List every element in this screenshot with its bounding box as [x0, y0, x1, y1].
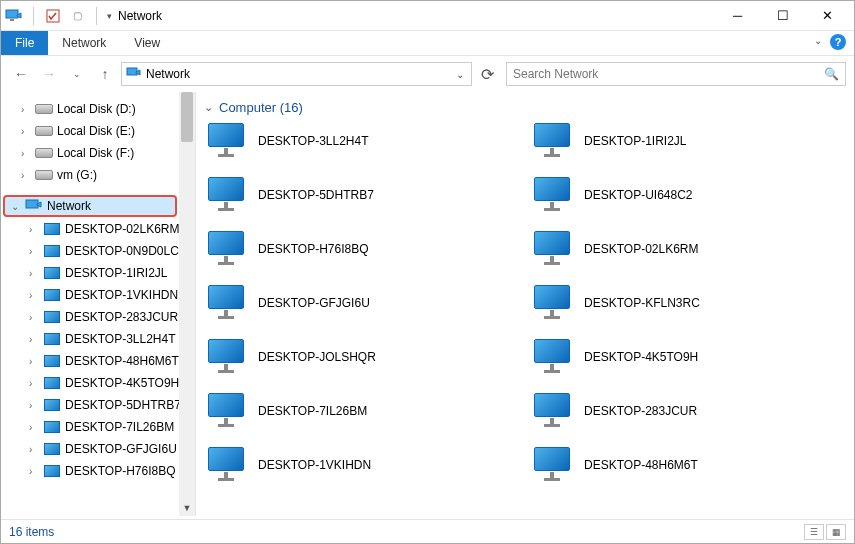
computer-icon	[530, 231, 574, 267]
status-count: 16 items	[9, 525, 54, 539]
icons-view-button[interactable]: ▦	[826, 524, 846, 540]
tree-network-root[interactable]: ⌄ Network	[3, 195, 177, 217]
close-button[interactable]: ✕	[805, 2, 850, 30]
back-button[interactable]: ←	[9, 62, 33, 86]
computer-item[interactable]: DESKTOP-JOLSHQR	[204, 339, 520, 375]
chevron-right-icon[interactable]: ›	[29, 334, 39, 345]
computer-item[interactable]: DESKTOP-02LK6RM	[530, 231, 846, 267]
computer-label: DESKTOP-UI648C2	[584, 188, 693, 202]
tree-computer-item[interactable]: ›DESKTOP-02LK6RM	[1, 218, 195, 240]
tree-computer-item[interactable]: ›DESKTOP-5DHTRB7	[1, 394, 195, 416]
computer-item[interactable]: DESKTOP-4K5TO9H	[530, 339, 846, 375]
tree-item-label: DESKTOP-GFJGI6U	[65, 442, 177, 456]
search-input[interactable]: Search Network 🔍	[506, 62, 846, 86]
tree-drive-item[interactable]: ›Local Disk (D:)	[1, 98, 195, 120]
group-header[interactable]: ⌄ Computer (16)	[204, 100, 846, 115]
tree-drive-item[interactable]: ›vm (G:)	[1, 164, 195, 186]
up-button[interactable]: ↑	[93, 62, 117, 86]
tree-scrollbar[interactable]: ▲ ▼	[179, 92, 195, 516]
tree-computer-item[interactable]: ›DESKTOP-48H6M6T	[1, 350, 195, 372]
computer-icon	[530, 123, 574, 159]
chevron-right-icon[interactable]: ›	[29, 224, 39, 235]
tree-computer-item[interactable]: ›DESKTOP-283JCUR	[1, 306, 195, 328]
folder-qat-icon[interactable]: ▢	[68, 7, 86, 25]
computer-item[interactable]: DESKTOP-1VKIHDN	[204, 447, 520, 483]
tree-item-label: Local Disk (D:)	[57, 102, 136, 116]
computer-item[interactable]: DESKTOP-UI648C2	[530, 177, 846, 213]
search-placeholder: Search Network	[513, 67, 598, 81]
chevron-down-icon[interactable]: ⌄	[11, 201, 21, 212]
network-tab[interactable]: Network	[48, 31, 120, 55]
chevron-right-icon[interactable]: ›	[29, 356, 39, 367]
forward-button[interactable]: →	[37, 62, 61, 86]
computer-item[interactable]: DESKTOP-KFLN3RC	[530, 285, 846, 321]
tree-drive-item[interactable]: ›Local Disk (E:)	[1, 120, 195, 142]
tree-computer-item[interactable]: ›DESKTOP-3LL2H4T	[1, 328, 195, 350]
computer-item[interactable]: DESKTOP-3LL2H4T	[204, 123, 520, 159]
network-icon	[25, 199, 43, 213]
tree-drive-item[interactable]: ›Local Disk (F:)	[1, 142, 195, 164]
chevron-right-icon[interactable]: ›	[21, 126, 31, 137]
tree-item-label: DESKTOP-3LL2H4T	[65, 332, 176, 346]
properties-qat-icon[interactable]	[44, 7, 62, 25]
chevron-right-icon[interactable]: ›	[29, 290, 39, 301]
computer-item[interactable]: DESKTOP-5DHTRB7	[204, 177, 520, 213]
tree-computer-item[interactable]: ›DESKTOP-4K5TO9H	[1, 372, 195, 394]
computer-item[interactable]: DESKTOP-H76I8BQ	[204, 231, 520, 267]
tree-computer-item[interactable]: ›DESKTOP-H76I8BQ	[1, 460, 195, 482]
computer-item[interactable]: DESKTOP-GFJGI6U	[204, 285, 520, 321]
tree-item-label: DESKTOP-1IRI2JL	[65, 266, 167, 280]
computer-item[interactable]: DESKTOP-1IRI2JL	[530, 123, 846, 159]
qat-dropdown-icon[interactable]: ▾	[107, 11, 112, 21]
scroll-thumb[interactable]	[181, 92, 193, 142]
computer-item[interactable]: DESKTOP-7IL26BM	[204, 393, 520, 429]
help-icon[interactable]: ?	[830, 34, 846, 50]
maximize-button[interactable]: ☐	[760, 2, 805, 30]
computer-label: DESKTOP-JOLSHQR	[258, 350, 376, 364]
address-dropdown-icon[interactable]: ⌄	[453, 69, 467, 80]
computer-item[interactable]: DESKTOP-48H6M6T	[530, 447, 846, 483]
tree-computer-item[interactable]: ›DESKTOP-1IRI2JL	[1, 262, 195, 284]
tree-computer-item[interactable]: ›DESKTOP-1VKIHDN	[1, 284, 195, 306]
computer-icon	[204, 177, 248, 213]
file-tab[interactable]: File	[1, 31, 48, 55]
breadcrumb[interactable]: Network	[146, 67, 190, 81]
recent-dropdown-icon[interactable]: ⌄	[65, 62, 89, 86]
chevron-down-icon[interactable]: ⌄	[204, 101, 213, 114]
chevron-right-icon[interactable]: ›	[29, 312, 39, 323]
chevron-right-icon[interactable]: ›	[29, 246, 39, 257]
chevron-right-icon[interactable]: ›	[29, 466, 39, 477]
drive-icon	[35, 124, 53, 138]
ribbon-tabs: File Network View ⌄ ?	[1, 31, 854, 56]
scroll-down-icon[interactable]: ▼	[179, 500, 195, 516]
chevron-right-icon[interactable]: ›	[29, 422, 39, 433]
ribbon-collapse-icon[interactable]: ⌄	[814, 35, 822, 46]
chevron-right-icon[interactable]: ›	[29, 444, 39, 455]
chevron-right-icon[interactable]: ›	[29, 378, 39, 389]
view-tab[interactable]: View	[120, 31, 174, 55]
computer-icon	[43, 420, 61, 434]
app-icon	[5, 7, 23, 25]
address-bar[interactable]: Network ⌄	[121, 62, 472, 86]
computer-label: DESKTOP-48H6M6T	[584, 458, 698, 472]
chevron-right-icon[interactable]: ›	[21, 104, 31, 115]
refresh-button[interactable]: ⟳	[476, 65, 498, 84]
navigation-bar: ← → ⌄ ↑ Network ⌄ ⟳ Search Network 🔍	[1, 56, 854, 92]
search-icon: 🔍	[824, 67, 839, 81]
computer-icon	[43, 310, 61, 324]
chevron-right-icon[interactable]: ›	[21, 170, 31, 181]
computer-item[interactable]: DESKTOP-283JCUR	[530, 393, 846, 429]
svg-rect-4	[26, 200, 38, 208]
tree-computer-item[interactable]: ›DESKTOP-7IL26BM	[1, 416, 195, 438]
navigation-tree[interactable]: ›Local Disk (D:)›Local Disk (E:)›Local D…	[1, 92, 196, 516]
chevron-right-icon[interactable]: ›	[21, 148, 31, 159]
computer-icon	[204, 231, 248, 267]
content-pane: ⌄ Computer (16) DESKTOP-3LL2H4TDESKTOP-1…	[196, 92, 854, 516]
details-view-button[interactable]: ☰	[804, 524, 824, 540]
tree-computer-item[interactable]: ›DESKTOP-GFJGI6U	[1, 438, 195, 460]
computer-icon	[43, 244, 61, 258]
minimize-button[interactable]: ─	[715, 2, 760, 30]
chevron-right-icon[interactable]: ›	[29, 400, 39, 411]
tree-computer-item[interactable]: ›DESKTOP-0N9D0LC	[1, 240, 195, 262]
chevron-right-icon[interactable]: ›	[29, 268, 39, 279]
